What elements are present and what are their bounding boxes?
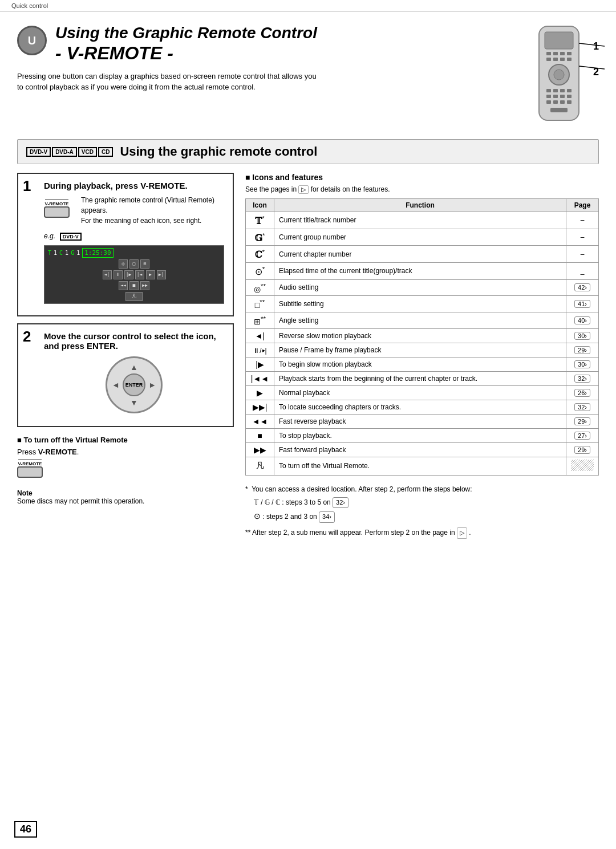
- title-sub: - V-REMOTE -: [55, 43, 317, 64]
- icon-cell-normal: ▶: [246, 385, 274, 400]
- table-row: ℂ* Current chapter number –: [246, 246, 599, 263]
- di-1: ◎: [119, 259, 128, 269]
- table-row: 凡 To turn off the Virtual Remote.: [246, 457, 599, 475]
- icons-subtitle: See the pages in ▷ for details on the fe…: [245, 185, 599, 194]
- badge-vcd: VCD: [78, 147, 97, 157]
- display-icons-row3: ◄◄ ■ ▶▶: [48, 281, 220, 290]
- pointer-lines: [530, 23, 616, 126]
- section-header: DVD-V DVD-A VCD CD Using the graphic rem…: [17, 139, 599, 164]
- fn-star2-text: After step 2, a sub menu will appear. Pe…: [252, 529, 455, 537]
- step2-number: 2: [23, 329, 31, 344]
- table-row: ◄◄ Fast reverse playback 29›: [246, 414, 599, 428]
- display-top-row: T 1 C 1 G 1 1:25:30: [48, 248, 220, 258]
- fn-star2-suffix: .: [469, 529, 471, 537]
- icon-cell-angle: ⊞**: [246, 312, 274, 328]
- eg-label: e.g.: [44, 232, 55, 240]
- fn-step1: 𝕋 / 𝔾 / ℂ : steps 3 to 5 on 32›: [254, 497, 599, 509]
- title-lines: Using the Graphic Remote Control - V-REM…: [55, 23, 317, 64]
- table-row: ▶▶| To locate succeeding chapters or tra…: [246, 400, 599, 414]
- arrow-up: ▲: [130, 363, 138, 372]
- page-cell-pbeg: 32›: [566, 371, 599, 385]
- page-num-normal: 26›: [574, 389, 590, 397]
- func-cell-ffwd: Fast forward playback: [274, 442, 566, 457]
- arrow-down: ▼: [130, 398, 138, 407]
- icon-cell-rslow: ◄|: [246, 328, 274, 343]
- table-row: |◄◄ Playback starts from the beginning o…: [246, 371, 599, 385]
- turnoff-desc: Press V-REMOTE.: [17, 448, 234, 456]
- page-cell-pause: 29›: [566, 343, 599, 357]
- top-bar: Quick control: [0, 0, 616, 12]
- badge-dvdv: DVD-V: [26, 147, 51, 157]
- func-cell-pbeg: Playback starts from the beginning of th…: [274, 371, 566, 385]
- icons-table: Icon Function Page 𝕋* Current title/trac…: [245, 198, 599, 476]
- icons-sub-post: for details on the features.: [311, 185, 390, 193]
- page-num-ffwd: 29›: [574, 446, 590, 454]
- turnoff-bold: V-REMOTE: [38, 448, 77, 456]
- col-function: Function: [274, 199, 566, 212]
- icon-cell-sub: □**: [246, 296, 274, 312]
- hatched-cell: [571, 460, 594, 471]
- title-text: U Using the Graphic Remote Control - V-R…: [17, 23, 519, 93]
- page-num-audio: 42›: [574, 283, 590, 291]
- footnote-star2: ** After step 2, a sub menu will appear.…: [245, 527, 599, 539]
- func-cell-rslow: Reverse slow motion playback: [274, 328, 566, 343]
- di-7: |◄: [135, 270, 144, 279]
- display-icons-row1: ◎ □ ⊞: [48, 259, 220, 269]
- page-wrapper: Quick control U Using the Graphic Remote…: [0, 0, 616, 849]
- step1-title: During playback, press V-REMOTE.: [44, 181, 224, 190]
- icons-table-head: Icon Function Page: [246, 199, 599, 212]
- icons-table-header-row: Icon Function Page: [246, 199, 599, 212]
- turnoff-section: ■ To turn off the Virtual Remote Press V…: [17, 436, 234, 482]
- func-cell-next: To locate succeeding chapters or tracks.: [274, 400, 566, 414]
- note-text: Some discs may not permit this operation…: [17, 497, 234, 505]
- step1-desc-line1: The graphic remote control (Virtual Remo…: [81, 196, 214, 214]
- step1-dvdv-badge: DVD-V: [60, 233, 82, 241]
- di-12: ▶▶: [140, 281, 149, 290]
- fn-star2-prefix: **: [245, 529, 252, 537]
- step1-number: 1: [23, 178, 31, 193]
- fn-star1-steps: 𝕋 / 𝔾 / ℂ : steps 3 to 5 on 32› ⊙ : step…: [254, 497, 599, 523]
- fn-star1-text: You can access a desired location. After…: [252, 485, 472, 493]
- fn-page-34: 34›: [319, 511, 335, 523]
- table-row: 𝔾* Current group number –: [246, 229, 599, 246]
- di-8: ▶: [146, 270, 155, 279]
- func-cell-angle: Angle setting: [274, 312, 566, 328]
- display-g-val: 1: [65, 250, 68, 256]
- step1: 1 During playback, press V-REMOTE. V-REM…: [17, 173, 234, 316]
- turnoff-btn-graphic: V-REMOTE: [17, 460, 43, 478]
- icons-section: ■ Icons and features See the pages in ▷ …: [245, 173, 599, 539]
- page-cell-title: –: [566, 212, 599, 229]
- di-11: ■: [129, 281, 139, 290]
- func-cell-sub: Subtitle setting: [274, 296, 566, 312]
- icons-title: ■ Icons and features: [245, 173, 599, 182]
- arrow-right: ►: [148, 380, 156, 389]
- step2-content: Move the cursor control to select the ic…: [44, 331, 224, 413]
- func-cell-normal: Normal playback: [274, 385, 566, 400]
- di-6: |▶: [124, 270, 133, 279]
- icon-cell-next: ▶▶|: [246, 400, 274, 414]
- step1-desc: The graphic remote control (Virtual Remo…: [81, 195, 224, 226]
- di-4: ◄|: [103, 270, 112, 279]
- title-icon: U: [17, 26, 47, 55]
- page-cell-audio: 42›: [566, 279, 599, 296]
- table-row: ◄| Reverse slow motion playback 30›: [246, 328, 599, 343]
- page-cell-bslow: 30›: [566, 357, 599, 371]
- title-main: Using the Graphic Remote Control: [55, 23, 317, 43]
- turnoff-btn-shape: [17, 466, 43, 478]
- step2: 2 Move the cursor control to select the …: [17, 323, 234, 427]
- di-2: □: [129, 259, 139, 269]
- icons-table-body: 𝕋* Current title/track number – 𝔾* Curre…: [246, 212, 599, 476]
- di-13: 凡: [125, 292, 143, 301]
- page-num-sub: 41›: [574, 300, 590, 308]
- func-cell-audio: Audio setting: [274, 279, 566, 296]
- icon-cell-frev: ◄◄: [246, 414, 274, 428]
- page-num-bslow: 30›: [574, 360, 590, 368]
- fn-star1-prefix: *: [245, 485, 250, 493]
- turnoff-desc-pre: Press: [17, 448, 38, 456]
- display-t-val: 1: [54, 250, 57, 256]
- step1-vremote-label: V-REMOTE: [45, 200, 69, 206]
- page-cell-sub: 41›: [566, 296, 599, 312]
- di-5: ⏸: [114, 270, 123, 279]
- table-row: ■ To stop playback. 27›: [246, 428, 599, 442]
- icon-cell-audio: ◎**: [246, 279, 274, 296]
